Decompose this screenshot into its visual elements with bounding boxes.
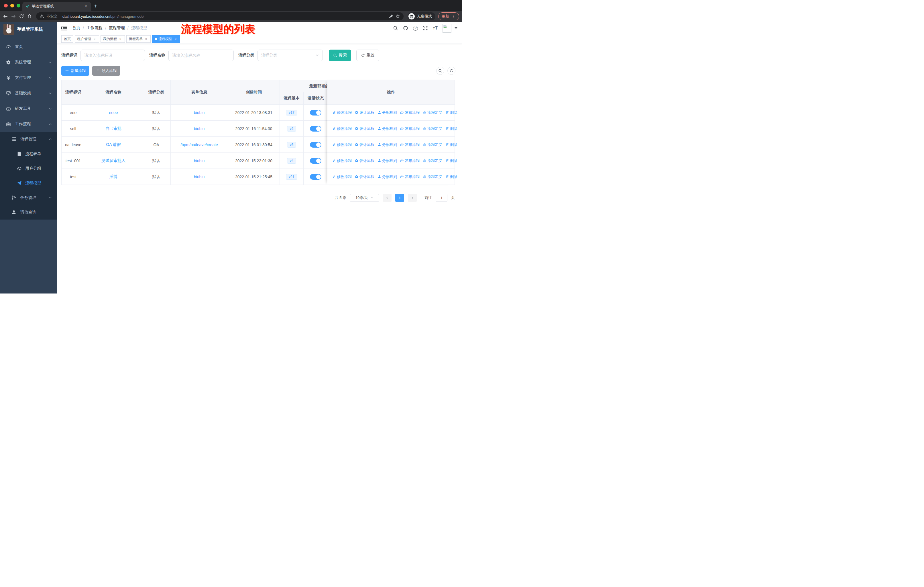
process-name-link[interactable]: 测试多审批人 bbox=[101, 158, 125, 164]
action-分配规则[interactable]: 分配规则 bbox=[378, 174, 397, 179]
prev-page-button chevron-left-icon[interactable] bbox=[383, 194, 391, 202]
refresh-table-button refresh-icon[interactable] bbox=[447, 67, 455, 75]
action-设计流程[interactable]: 设计流程 bbox=[355, 142, 375, 147]
form-info-link[interactable]: biubiu bbox=[194, 159, 205, 163]
action-流程定义[interactable]: 流程定义 bbox=[423, 174, 442, 179]
browser-update-button[interactable]: 更新 ⋮ bbox=[438, 12, 459, 20]
process-id-input[interactable] bbox=[81, 50, 145, 61]
process-name-link[interactable]: 自己审批 bbox=[106, 126, 121, 131]
close-window-button[interactable] bbox=[4, 4, 8, 7]
update-label[interactable]: 更新 bbox=[442, 14, 449, 19]
search-icon[interactable] bbox=[393, 25, 398, 31]
action-设计流程[interactable]: 设计流程 bbox=[355, 110, 375, 115]
process-name-link[interactable]: eeee bbox=[109, 110, 118, 115]
process-name-input[interactable] bbox=[168, 50, 234, 61]
sidebar-item-leave-query[interactable]: 请假查询 bbox=[0, 205, 57, 220]
search-button[interactable]: 搜索 bbox=[329, 50, 351, 61]
process-name-link[interactable]: 滔博 bbox=[109, 174, 117, 179]
current-page-button[interactable]: 1 bbox=[395, 194, 404, 202]
tag-首页[interactable]: 首页 bbox=[61, 35, 73, 43]
breadcrumb-item[interactable]: 流程管理 bbox=[109, 25, 125, 31]
tag-流程模型[interactable]: 流程模型× bbox=[152, 35, 180, 43]
window-controls[interactable] bbox=[4, 4, 20, 7]
active-switch[interactable] bbox=[310, 142, 322, 147]
tab-close-icon[interactable]: × bbox=[84, 4, 88, 8]
sidebar-item-workflow[interactable]: 工作流程 bbox=[0, 116, 57, 132]
action-设计流程[interactable]: 设计流程 bbox=[355, 174, 375, 179]
sidebar-logo[interactable]: 芋道管理系统 bbox=[0, 22, 57, 37]
import-process-button[interactable]: 导入流程 bbox=[92, 66, 120, 76]
address-bar[interactable]: 不安全 dashboard.yudao.iocoder.cn/bpm/manag… bbox=[36, 12, 404, 20]
form-info-link[interactable]: biubiu bbox=[194, 126, 205, 131]
goto-page-input[interactable] bbox=[436, 194, 447, 202]
action-修改流程[interactable]: 修改流程 bbox=[332, 158, 352, 164]
minimize-window-button[interactable] bbox=[10, 4, 14, 7]
sidebar-item-devtools[interactable]: 研发工具 bbox=[0, 101, 57, 116]
sidebar-item-user-group[interactable]: 用户分组 bbox=[0, 161, 57, 176]
sidebar-item-task-manage[interactable]: 任务管理 bbox=[0, 190, 57, 205]
home-icon[interactable] bbox=[27, 14, 32, 19]
action-流程定义[interactable]: 流程定义 bbox=[423, 158, 442, 164]
action-分配规则[interactable]: 分配规则 bbox=[378, 158, 397, 164]
action-流程定义[interactable]: 流程定义 bbox=[423, 142, 442, 147]
bookmark-star-icon[interactable] bbox=[396, 14, 400, 19]
reset-button[interactable]: 重置 bbox=[356, 50, 379, 61]
page-size-select[interactable]: 10条/页 bbox=[350, 194, 379, 202]
avatar-caret-icon[interactable] bbox=[455, 27, 457, 29]
fullscreen-icon[interactable] bbox=[423, 25, 428, 31]
new-tab-button[interactable]: + bbox=[94, 3, 97, 9]
tag-流程表单[interactable]: 流程表单× bbox=[126, 35, 151, 43]
action-删除[interactable]: 删除 bbox=[446, 142, 457, 147]
github-icon[interactable] bbox=[403, 25, 408, 31]
action-修改流程[interactable]: 修改流程 bbox=[332, 174, 352, 179]
sidebar-item-system[interactable]: 系统管理 bbox=[0, 55, 57, 70]
action-删除[interactable]: 删除 bbox=[446, 126, 457, 131]
form-info-link[interactable]: biubiu bbox=[194, 175, 205, 179]
close-icon[interactable]: × bbox=[118, 37, 122, 41]
action-分配规则[interactable]: 分配规则 bbox=[378, 110, 397, 115]
sidebar-item-infra[interactable]: 基础设施 bbox=[0, 85, 57, 101]
reload-icon[interactable] bbox=[19, 14, 24, 19]
avatar[interactable] bbox=[442, 24, 451, 33]
maximize-window-button[interactable] bbox=[16, 4, 20, 7]
back-icon[interactable] bbox=[3, 14, 8, 19]
sidebar-item-process-model[interactable]: 流程模型 bbox=[0, 176, 57, 190]
active-switch[interactable] bbox=[310, 110, 322, 116]
close-icon[interactable]: × bbox=[173, 37, 178, 41]
action-修改流程[interactable]: 修改流程 bbox=[332, 126, 352, 131]
browser-menu-icon[interactable]: ⋮ bbox=[452, 15, 456, 18]
tag-租户管理[interactable]: 租户管理× bbox=[75, 35, 99, 43]
action-修改流程[interactable]: 修改流程 bbox=[332, 142, 352, 147]
active-switch[interactable] bbox=[310, 174, 322, 180]
form-info-link[interactable]: /bpm/oa/leave/create bbox=[180, 142, 218, 147]
action-分配规则[interactable]: 分配规则 bbox=[378, 126, 397, 131]
action-设计流程[interactable]: 设计流程 bbox=[355, 126, 375, 131]
action-分配规则[interactable]: 分配规则 bbox=[378, 142, 397, 147]
create-process-button[interactable]: 新建流程 bbox=[61, 66, 89, 76]
tag-我的流程[interactable]: 我的流程× bbox=[101, 35, 125, 43]
action-修改流程[interactable]: 修改流程 bbox=[332, 110, 352, 115]
active-switch[interactable] bbox=[310, 158, 322, 164]
action-流程定义[interactable]: 流程定义 bbox=[423, 126, 442, 131]
active-switch[interactable] bbox=[310, 126, 322, 132]
action-发布流程[interactable]: 发布流程 bbox=[400, 142, 420, 147]
action-发布流程[interactable]: 发布流程 bbox=[400, 126, 420, 131]
toggle-search-button search-icon[interactable] bbox=[436, 67, 444, 75]
action-删除[interactable]: 删除 bbox=[446, 174, 457, 179]
action-设计流程[interactable]: 设计流程 bbox=[355, 158, 375, 164]
sidebar-item-payment[interactable]: 支付管理 bbox=[0, 70, 57, 85]
action-发布流程[interactable]: 发布流程 bbox=[400, 174, 420, 179]
breadcrumb-item[interactable]: 工作流程 bbox=[86, 25, 102, 31]
collapse-sidebar-icon[interactable] bbox=[61, 26, 67, 30]
browser-tab[interactable]: 芋道管理系统 × bbox=[22, 2, 91, 11]
process-category-select[interactable]: 流程分类 bbox=[257, 50, 323, 61]
key-icon[interactable] bbox=[389, 14, 393, 19]
forward-icon[interactable] bbox=[11, 14, 16, 19]
sidebar-item-process-manage[interactable]: 流程管理 bbox=[0, 132, 57, 147]
action-删除[interactable]: 删除 bbox=[446, 158, 457, 164]
close-icon[interactable]: × bbox=[144, 37, 148, 41]
help-icon[interactable]: ? bbox=[413, 26, 418, 31]
sidebar-item-home[interactable]: 首页 bbox=[0, 39, 57, 55]
action-流程定义[interactable]: 流程定义 bbox=[423, 110, 442, 115]
breadcrumb-item[interactable]: 首页 bbox=[72, 25, 80, 31]
